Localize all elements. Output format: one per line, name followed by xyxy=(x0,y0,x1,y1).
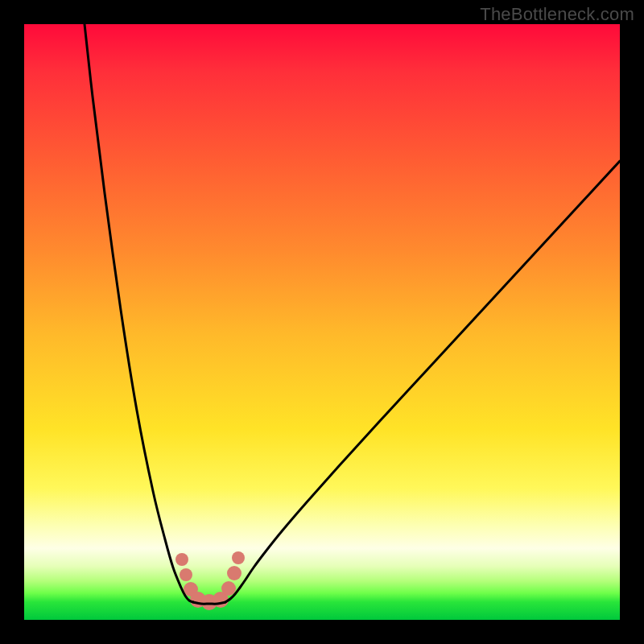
left-branch-curve xyxy=(85,24,193,602)
valley-marker xyxy=(227,566,242,580)
valley-marker xyxy=(221,581,236,596)
valley-markers-group xyxy=(175,551,245,610)
curve-layer xyxy=(24,24,620,620)
valley-marker xyxy=(175,553,188,566)
outer-frame: TheBottleneck.com xyxy=(0,0,644,644)
plot-area xyxy=(24,24,620,620)
right-branch-curve xyxy=(225,161,620,602)
watermark-text: TheBottleneck.com xyxy=(480,4,634,25)
valley-marker xyxy=(232,551,245,564)
valley-marker xyxy=(180,568,192,581)
